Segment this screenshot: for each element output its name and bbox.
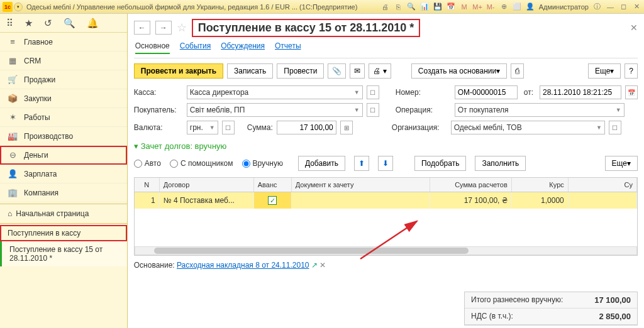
basis-label: Основание: Расходная накладная 8 от 24.1… <box>134 261 326 270</box>
fill-button[interactable]: Заполнить <box>475 156 526 171</box>
tab-reports[interactable]: Отчеты <box>275 41 301 54</box>
calc-button[interactable]: ⊞ <box>340 121 353 134</box>
sidebar-item-money[interactable]: ⊖Деньги <box>0 146 127 165</box>
sidebar-item-production[interactable]: 🏭Производство <box>0 127 127 146</box>
create-based-button[interactable]: Создать на основании ▾ <box>411 63 508 79</box>
save-button[interactable]: Записать <box>227 63 273 79</box>
cell-advance[interactable]: ✓ <box>254 192 292 209</box>
col-rate[interactable]: Курс <box>512 178 569 192</box>
sidebar-item-salary[interactable]: 👤Зарплата <box>0 165 127 183</box>
sidebar-item-purchases[interactable]: 📦Закупки <box>0 89 127 108</box>
amount-input[interactable] <box>277 121 336 134</box>
window-titlebar: 1c ▾ Одеські меблі / Управление небольшо… <box>0 0 644 14</box>
toolbar-icon[interactable]: M+ <box>473 2 482 11</box>
nav-back-button[interactable]: ← <box>134 21 150 35</box>
sidebar-item-crm[interactable]: ▦CRM <box>0 52 127 70</box>
checkbox-icon[interactable]: ✓ <box>268 196 277 205</box>
document-title: Поступление в кассу 15 от 28.11.2010 * <box>192 19 421 37</box>
col-doc[interactable]: Документ к зачету <box>292 178 430 192</box>
sidebar-item-sales[interactable]: 🛒Продажи <box>0 70 127 89</box>
number-input[interactable] <box>455 85 518 99</box>
help-button[interactable]: ? <box>625 63 638 79</box>
total-vat-label: НДС (в т.ч.): <box>471 312 572 321</box>
toolbar-icon[interactable]: 📅 <box>447 2 456 11</box>
debts-section-header[interactable]: ▾Зачет долгов: вручную <box>134 136 638 153</box>
pick-button[interactable]: Подобрать <box>414 156 466 171</box>
sidebar-sub-receipts[interactable]: Поступления в кассу <box>0 225 127 241</box>
sidebar-item-company[interactable]: 🏢Компания <box>0 183 127 202</box>
move-down-button[interactable]: ⬇ <box>378 156 393 171</box>
admin-label[interactable]: Администратор <box>539 3 589 11</box>
more-button[interactable]: Еще ▾ <box>588 63 621 79</box>
open-button[interactable]: ☐ <box>367 85 379 99</box>
building-icon: 🏢 <box>8 188 18 197</box>
search-icon[interactable]: 🔍 <box>64 18 75 29</box>
radio-manual[interactable]: Вручную <box>242 159 283 168</box>
buyer-input[interactable]: Світ меблів, ПП▼ <box>187 103 363 117</box>
nav-forward-button[interactable]: → <box>155 21 172 35</box>
clear-icon[interactable]: ✕ <box>319 261 326 270</box>
cashbox-input[interactable]: Касса директора▼ <box>187 85 363 99</box>
minimize-icon[interactable]: — <box>606 2 615 11</box>
total-manual-label: Итого разнесено вручную: <box>471 295 572 305</box>
toolbar-icon[interactable]: M- <box>486 2 496 11</box>
info-icon[interactable]: ⓘ <box>592 2 602 11</box>
col-n[interactable]: N <box>135 178 160 192</box>
open-button[interactable]: ☐ <box>609 121 621 134</box>
col-sum2[interactable]: Су <box>569 178 637 192</box>
toolbar-icon[interactable]: ⎘ <box>394 2 403 11</box>
open-button[interactable]: ☐ <box>222 121 235 134</box>
toolbar-icon[interactable]: 🔍 <box>407 2 416 11</box>
post-and-close-button[interactable]: Провести и закрыть <box>134 63 223 79</box>
sidebar-home-page[interactable]: ⌂Начальная страница <box>0 205 127 222</box>
date-input[interactable] <box>540 85 621 99</box>
sidebar-sub-current-doc[interactable]: Поступление в кассу 15 от 28.11.2010 * <box>0 241 127 266</box>
user-icon[interactable]: 👤 <box>526 2 535 11</box>
move-up-button[interactable]: ⬆ <box>354 156 369 171</box>
tab-main[interactable]: Основное <box>135 41 170 54</box>
horizontal-scrollbar[interactable] <box>135 246 637 255</box>
tab-discussions[interactable]: Обсуждения <box>221 41 265 54</box>
print-button[interactable]: 🖨 ▾ <box>369 63 391 79</box>
tab-events[interactable]: События <box>180 41 211 54</box>
favorite-star-icon[interactable]: ☆ <box>177 21 187 35</box>
calendar-button[interactable]: 📅 <box>625 85 638 99</box>
operation-input[interactable]: От покупателя▼ <box>455 103 625 117</box>
open-icon[interactable]: ↗ <box>311 261 318 270</box>
basis-link[interactable]: Расходная накладная 8 от 24.11.2010 <box>177 261 309 270</box>
col-sum[interactable]: Сумма расчетов <box>430 178 512 192</box>
structure-button[interactable]: ⎙ <box>511 63 524 79</box>
number-label: Номер: <box>396 88 451 97</box>
star-icon[interactable]: ★ <box>25 18 33 29</box>
radio-auto[interactable]: Авто <box>134 159 161 168</box>
org-input[interactable]: Одеські меблі, ТОВ▼ <box>451 121 605 134</box>
apps-icon[interactable]: ⠿ <box>6 18 13 29</box>
post-button[interactable]: Провести <box>277 63 324 79</box>
app-menu-dropdown[interactable]: ▾ <box>14 3 23 11</box>
radio-wizard[interactable]: С помощником <box>170 159 233 168</box>
attach-button[interactable]: 📎 <box>328 63 346 79</box>
history-icon[interactable]: ↺ <box>44 18 52 29</box>
add-row-button[interactable]: Добавить <box>298 156 345 171</box>
toolbar-icon[interactable]: ⬜ <box>513 2 522 11</box>
col-advance[interactable]: Аванс <box>254 178 292 192</box>
bell-icon[interactable]: 🔔 <box>87 18 99 29</box>
table-row[interactable]: 1 № 4 Поставка меб... ✓ 17 100,00, ₴ 1,0… <box>135 192 637 209</box>
table-more-button[interactable]: Еще ▾ <box>605 156 638 171</box>
home-icon: ≡ <box>8 37 18 46</box>
close-document-icon[interactable]: ✕ <box>630 23 638 33</box>
maximize-icon[interactable]: ◻ <box>619 2 628 11</box>
open-button[interactable]: ☐ <box>367 103 379 117</box>
toolbar-icon[interactable]: ⊕ <box>499 2 509 11</box>
toolbar-icon[interactable]: M <box>460 2 469 11</box>
toolbar-icon[interactable]: 🖨 <box>380 2 390 11</box>
currency-input[interactable]: грн.▼ <box>187 121 218 134</box>
toolbar-icon[interactable]: 💾 <box>433 2 443 11</box>
box-icon: 📦 <box>8 94 18 103</box>
email-button[interactable]: ✉ <box>350 63 365 79</box>
col-contract[interactable]: Договор <box>160 178 254 192</box>
sidebar-item-main[interactable]: ≡Главное <box>0 33 127 52</box>
sidebar-item-works[interactable]: ✶Работы <box>0 108 127 127</box>
close-icon[interactable]: ✕ <box>632 2 641 11</box>
toolbar-icon[interactable]: 📊 <box>420 2 430 11</box>
